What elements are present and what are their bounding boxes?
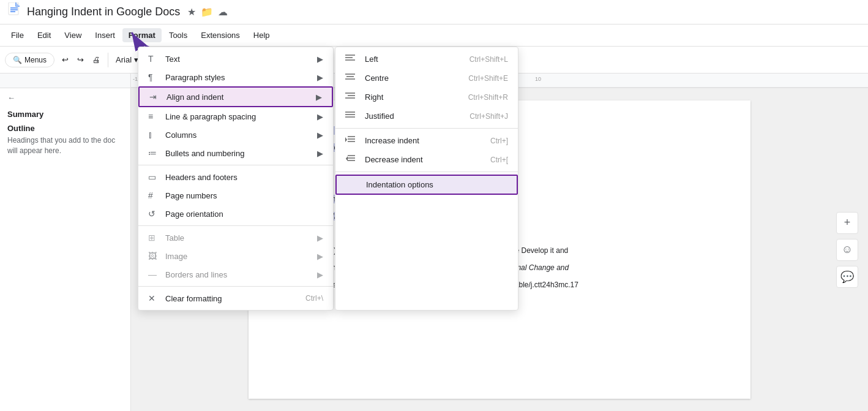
fab-smiley-button[interactable]: ☺	[836, 239, 858, 261]
align-indent-arrow: ▶	[316, 92, 322, 102]
format-menu-bullets[interactable]: ≔ Bullets and numbering ▶	[138, 144, 333, 162]
format-menu-image[interactable]: 🖼 Image ▶	[138, 247, 333, 265]
menu-bar: File Edit View Insert Format Tools Exten…	[0, 25, 868, 47]
format-menu-paragraph-styles[interactable]: ¶ Paragraph styles ▶	[138, 68, 333, 86]
paragraph-styles-icon: ¶	[148, 72, 160, 82]
align-divider-1	[335, 128, 518, 129]
fab-comment-button[interactable]: 💬	[836, 266, 858, 288]
clear-format-label: Clear formatting	[165, 294, 305, 303]
borders-label: Borders and lines	[165, 270, 312, 279]
undo-button[interactable]: ↩	[58, 53, 72, 67]
align-justified[interactable]: Justified Ctrl+Shift+J	[335, 107, 518, 126]
align-submenu: Left Ctrl+Shift+L Centre Ctrl+Shift+E Ri…	[335, 47, 518, 311]
menu-format[interactable]: Format	[122, 28, 162, 42]
align-left-icon	[345, 54, 360, 64]
page-orientation-label: Page orientation	[165, 209, 323, 219]
align-left[interactable]: Left Ctrl+Shift+L	[335, 50, 518, 69]
align-centre-icon	[345, 73, 360, 83]
back-arrow-icon: ←	[7, 93, 15, 102]
svg-marker-37	[345, 137, 347, 142]
format-menu-align-indent[interactable]: ⇥ Align and indent ▶	[138, 86, 333, 107]
fab-plus-button[interactable]: +	[836, 212, 858, 234]
smiley-icon: ☺	[842, 243, 853, 256]
menu-file[interactable]: File	[5, 28, 30, 42]
bullets-arrow: ▶	[317, 149, 323, 158]
doc-icon	[7, 2, 22, 21]
divider-2	[138, 225, 333, 226]
align-divider-2	[335, 172, 518, 172]
align-centre-label: Centre	[365, 74, 468, 83]
bullets-label: Bullets and numbering	[165, 149, 312, 158]
format-menu-clear[interactable]: ✕ Clear formatting Ctrl+\	[138, 289, 333, 307]
text-menu-icon: T	[148, 54, 160, 64]
image-icon: 🖼	[148, 251, 160, 261]
menu-edit[interactable]: Edit	[31, 28, 57, 42]
dropdown-container: T Text ▶ ¶ Paragraph styles ▶ ⇥ Align an…	[138, 47, 518, 311]
page-orientation-icon: ↺	[148, 209, 160, 219]
image-arrow: ▶	[317, 252, 323, 261]
search-icon: 🔍	[13, 56, 22, 64]
divider-1	[138, 165, 333, 165]
divider-3	[138, 286, 333, 287]
headers-icon: ▭	[148, 172, 160, 182]
format-menu-line-spacing[interactable]: ≡ Line & paragraph spacing ▶	[138, 107, 333, 126]
format-menu-text[interactable]: T Text ▶	[138, 50, 333, 68]
svg-text:-1: -1	[133, 76, 138, 82]
headers-label: Headers and footers	[165, 173, 323, 182]
align-justified-icon	[345, 111, 360, 121]
page-numbers-icon: #	[148, 190, 160, 200]
menu-help[interactable]: Help	[247, 28, 276, 42]
align-right[interactable]: Right Ctrl+Shift+R	[335, 88, 518, 107]
increase-indent[interactable]: Increase indent Ctrl+]	[335, 131, 518, 150]
format-menu-columns[interactable]: ⫿ Columns ▶	[138, 126, 333, 144]
align-justified-label: Justified	[365, 111, 470, 121]
align-right-shortcut: Ctrl+Shift+R	[468, 93, 508, 102]
decrease-indent-icon	[345, 154, 360, 165]
align-indent-icon: ⇥	[149, 92, 162, 102]
cloud-icon[interactable]: ☁	[218, 6, 228, 18]
table-label: Table	[165, 233, 312, 243]
format-menu-table[interactable]: ⊞ Table ▶	[138, 228, 333, 247]
columns-arrow: ▶	[317, 130, 323, 140]
outline-description: Headings that you add to the doc will ap…	[7, 135, 123, 156]
indentation-options[interactable]: Indentation options	[335, 175, 518, 195]
format-menu-page-numbers[interactable]: # Page numbers	[138, 186, 333, 205]
columns-icon: ⫿	[148, 130, 160, 140]
format-menu: T Text ▶ ¶ Paragraph styles ▶ ⇥ Align an…	[138, 47, 334, 311]
plus-icon: +	[844, 216, 851, 229]
document-title: Hanging Indent in Google Docs	[27, 6, 180, 18]
clear-format-shortcut: Ctrl+\	[305, 294, 323, 303]
ruler-sidebar-space	[0, 74, 131, 88]
menu-tools[interactable]: Tools	[163, 28, 193, 42]
menu-insert[interactable]: Insert	[89, 28, 121, 42]
title-bar: Hanging Indent in Google Docs ★ 📁 ☁	[0, 0, 868, 25]
format-menu-headers[interactable]: ▭ Headers and footers	[138, 168, 333, 186]
decrease-indent-shortcut: Ctrl+[	[490, 156, 508, 164]
indentation-options-label: Indentation options	[366, 180, 507, 189]
align-centre[interactable]: Centre Ctrl+Shift+E	[335, 69, 518, 88]
comment-icon: 💬	[840, 270, 854, 284]
decrease-indent[interactable]: Decrease indent Ctrl+[	[335, 150, 518, 169]
columns-label: Columns	[165, 130, 312, 140]
svg-text:10: 10	[535, 76, 541, 82]
line-spacing-label: Line & paragraph spacing	[165, 112, 312, 121]
redo-button[interactable]: ↪	[73, 53, 88, 67]
sidebar-back-button[interactable]: ←	[7, 93, 123, 102]
borders-icon: —	[148, 270, 160, 279]
menu-view[interactable]: View	[58, 28, 88, 42]
text-menu-label: Text	[165, 55, 312, 64]
borders-arrow: ▶	[317, 270, 323, 279]
menu-extensions[interactable]: Extensions	[195, 28, 246, 42]
star-icon[interactable]: ★	[187, 6, 196, 18]
outline-section: Outline Headings that you add to the doc…	[7, 124, 123, 156]
folder-icon[interactable]: 📁	[201, 6, 213, 18]
format-menu-page-orientation[interactable]: ↺ Page orientation	[138, 205, 333, 223]
increase-indent-icon	[345, 135, 360, 146]
print-button[interactable]: 🖨	[89, 53, 104, 67]
page-numbers-label: Page numbers	[165, 191, 323, 200]
menus-button[interactable]: 🔍 Menus	[5, 53, 54, 67]
format-menu-borders[interactable]: — Borders and lines ▶	[138, 265, 333, 284]
align-justified-shortcut: Ctrl+Shift+J	[470, 112, 508, 121]
clear-format-icon: ✕	[148, 293, 160, 303]
paragraph-styles-arrow: ▶	[317, 73, 323, 82]
